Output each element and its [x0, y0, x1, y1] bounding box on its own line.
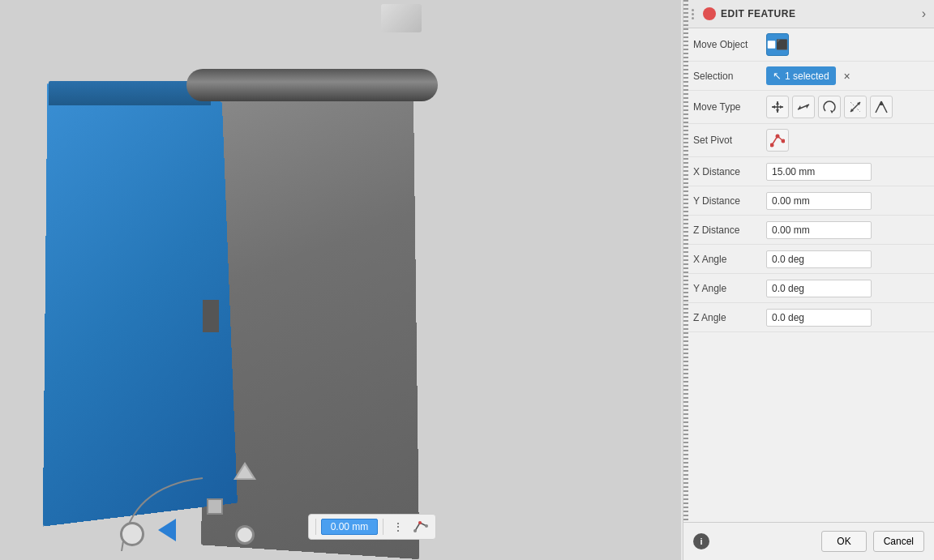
move-object-label: Move Object	[693, 39, 766, 50]
set-pivot-row: Set Pivot	[683, 124, 934, 157]
z-angle-label: Z Angle	[693, 312, 766, 323]
x-distance-controls	[766, 163, 924, 181]
move-type-controls	[766, 96, 924, 118]
z-angle-row: Z Angle	[683, 303, 934, 332]
selection-clear-btn[interactable]: ×	[839, 68, 855, 84]
set-pivot-btn[interactable]	[766, 129, 789, 152]
circle-handle-right[interactable]	[235, 525, 255, 545]
move-type-rotate-btn[interactable]	[818, 96, 841, 118]
x-angle-input[interactable]	[766, 250, 872, 268]
right-panel: EDIT FEATURE › Move Object Selection ↖ 1…	[683, 0, 934, 560]
y-distance-controls	[766, 192, 924, 210]
z-angle-controls	[766, 309, 924, 327]
panel-content: Move Object Selection ↖ 1 selected ×	[683, 28, 934, 332]
arrow-left-handle[interactable]	[158, 519, 176, 541]
panel-footer: i OK Cancel	[683, 522, 934, 560]
object-scene	[24, 65, 430, 519]
panel-header: EDIT FEATURE ›	[683, 0, 934, 28]
toolbar-value[interactable]: 0.00 mm	[321, 519, 378, 535]
toolbar-sep-1	[315, 519, 316, 535]
axis-shape	[381, 4, 422, 32]
header-icon	[703, 7, 716, 20]
selection-controls: ↖ 1 selected ×	[766, 66, 924, 85]
y-distance-input[interactable]	[766, 192, 872, 210]
move-type-row: Move Type	[683, 91, 934, 124]
info-icon[interactable]: i	[693, 533, 709, 549]
move-type-translate-btn[interactable]	[766, 96, 789, 118]
svg-point-3	[413, 529, 417, 532]
set-pivot-controls	[766, 129, 924, 152]
svg-marker-15	[830, 110, 833, 113]
svg-marker-22	[879, 101, 884, 105]
svg-point-4	[425, 524, 428, 528]
selection-btn[interactable]: ↖ 1 selected	[766, 66, 836, 85]
move-type-scale-btn[interactable]	[844, 96, 867, 118]
x-angle-row: X Angle	[683, 245, 934, 274]
circle-handle-left[interactable]	[120, 522, 144, 546]
top-cylinder	[186, 69, 438, 101]
ok-button[interactable]: OK	[821, 531, 866, 552]
y-distance-label: Y Distance	[693, 195, 766, 207]
toolbar-sep-2	[383, 519, 383, 535]
toolbar-dots-btn[interactable]: ⋮	[388, 517, 408, 536]
x-angle-label: X Angle	[693, 254, 766, 265]
move-type-axis-btn[interactable]	[792, 96, 815, 118]
bottom-toolbar: 0.00 mm ⋮	[308, 514, 436, 540]
y-angle-row: Y Angle	[683, 274, 934, 303]
move-object-controls	[766, 33, 924, 56]
y-distance-row: Y Distance	[683, 186, 934, 216]
z-angle-input[interactable]	[766, 309, 872, 327]
y-angle-label: Y Angle	[693, 283, 766, 294]
z-distance-row: Z Distance	[683, 216, 934, 245]
selection-label: Selection	[693, 71, 766, 82]
selection-value: 1 selected	[785, 71, 829, 82]
panel-title: EDIT FEATURE	[721, 8, 917, 19]
z-distance-label: Z Distance	[693, 224, 766, 236]
x-angle-controls	[766, 250, 924, 268]
arrow-up-handle[interactable]	[234, 462, 256, 480]
svg-point-2	[418, 521, 422, 524]
x-distance-label: X Distance	[693, 166, 766, 177]
toolbar-pivot-btn[interactable]	[411, 517, 431, 536]
panel-collapse-btn[interactable]: ›	[922, 6, 926, 21]
axis-indicator: X	[373, 4, 422, 36]
y-angle-input[interactable]	[766, 280, 872, 297]
gray-notch	[203, 300, 219, 332]
move-object-btn[interactable]	[766, 33, 789, 56]
move-type-transform-btn[interactable]	[870, 96, 893, 118]
svg-point-26	[776, 135, 780, 139]
curved-line	[105, 470, 227, 560]
set-pivot-label: Set Pivot	[693, 135, 766, 146]
svg-marker-8	[776, 101, 779, 105]
drag-handle[interactable]	[683, 0, 688, 560]
x-distance-row: X Distance	[683, 157, 934, 186]
svg-marker-11	[780, 105, 783, 109]
selection-row: Selection ↖ 1 selected ×	[683, 62, 934, 91]
move-object-row: Move Object	[683, 28, 934, 62]
svg-marker-9	[776, 109, 779, 113]
z-distance-input[interactable]	[766, 221, 872, 239]
x-distance-input[interactable]	[766, 163, 872, 181]
move-type-label: Move Type	[693, 101, 766, 113]
viewport: X 0.00 mm ⋮	[0, 0, 681, 560]
cursor-icon: ↖	[773, 70, 782, 82]
svg-rect-5	[768, 41, 775, 48]
svg-marker-10	[772, 105, 775, 109]
z-distance-controls	[766, 221, 924, 239]
y-angle-controls	[766, 280, 924, 297]
cancel-button[interactable]: Cancel	[873, 531, 924, 552]
square-handle[interactable]	[207, 498, 223, 515]
